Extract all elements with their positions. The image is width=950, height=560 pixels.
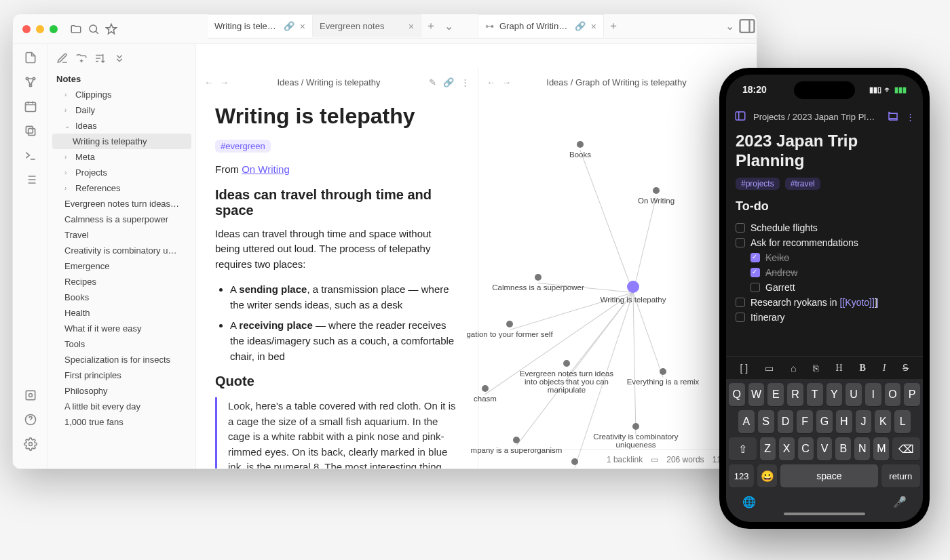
close-window-button[interactable] <box>22 25 31 33</box>
todo-item[interactable]: Ask for recommendations <box>736 235 913 250</box>
sidebar-folder[interactable]: ›Daily <box>52 102 191 118</box>
link-icon[interactable]: 🔗 <box>443 77 454 87</box>
return-key[interactable]: return <box>881 464 920 487</box>
settings-icon[interactable] <box>24 437 37 451</box>
key-c[interactable]: C <box>798 437 814 460</box>
checkbox[interactable] <box>736 238 745 247</box>
key-y[interactable]: Y <box>826 383 843 406</box>
sidebar-file[interactable]: What if it were easy <box>52 321 191 336</box>
key-n[interactable]: N <box>854 437 870 460</box>
sidebar-folder[interactable]: ›References <box>52 180 191 196</box>
folder-icon[interactable] <box>70 23 82 35</box>
key-s[interactable]: S <box>758 410 774 433</box>
todo-item[interactable]: Garrett <box>736 280 913 295</box>
key-i[interactable]: I <box>865 383 881 406</box>
todo-item[interactable]: Itinerary <box>736 310 913 325</box>
backspace-key[interactable]: ⌫ <box>892 437 920 460</box>
emoji-key[interactable]: 😀 <box>757 464 777 487</box>
key-x[interactable]: X <box>779 437 795 460</box>
sidebar-file[interactable]: Books <box>52 289 191 305</box>
attachment-icon[interactable]: ⎘ <box>813 363 818 374</box>
key-r[interactable]: R <box>787 383 803 406</box>
copy-icon[interactable] <box>24 124 37 138</box>
key-z[interactable]: Z <box>760 437 776 460</box>
todo-item[interactable]: Keiko <box>736 250 913 265</box>
list-icon[interactable] <box>24 173 37 186</box>
brackets-icon[interactable]: [ ] <box>740 363 748 374</box>
key-l[interactable]: L <box>894 410 911 433</box>
key-b[interactable]: B <box>835 437 851 460</box>
graph-node[interactable]: Evergreen notes <box>524 458 626 468</box>
tag-icon[interactable]: ⌂ <box>791 363 796 374</box>
back-icon[interactable]: ← <box>487 77 495 87</box>
sidebar-file[interactable]: Philosophy <box>52 383 191 399</box>
sidebar-file[interactable]: 1,000 true fans <box>52 414 191 430</box>
graph-node-main[interactable]: Writing is telepathy <box>592 281 674 304</box>
file-icon[interactable]: ▭ <box>765 363 774 374</box>
sidebar-file[interactable]: Travel <box>52 227 191 243</box>
checkbox[interactable] <box>736 298 745 307</box>
sidebar-file[interactable]: A little bit every day <box>52 399 191 414</box>
shift-key[interactable]: ⇧ <box>729 437 757 460</box>
todo-item[interactable]: Schedule flights <box>736 220 913 235</box>
key-t[interactable]: T <box>807 383 823 406</box>
sidebar-file[interactable]: First principles <box>52 367 191 383</box>
home-indicator[interactable] <box>784 513 865 515</box>
strikethrough-icon[interactable]: S̶ <box>902 362 909 374</box>
sidebar-file[interactable]: Specialization is for insects <box>52 352 191 367</box>
key-d[interactable]: D <box>778 410 794 433</box>
graph-node[interactable]: Calmness is a superpower <box>487 274 589 292</box>
tag-evergreen[interactable]: #evergreen <box>215 140 271 153</box>
breadcrumb[interactable]: Ideas / Graph of Writing is telepathy <box>518 77 715 87</box>
key-e[interactable]: E <box>767 383 784 406</box>
note-body[interactable]: Writing is telepathy #evergreen From On … <box>196 96 478 468</box>
sidebar-file[interactable]: Tools <box>52 336 191 352</box>
key-h[interactable]: H <box>836 410 852 433</box>
graph-node[interactable]: mpany is a superorganism <box>466 437 567 454</box>
star-icon[interactable] <box>105 23 117 35</box>
forward-icon[interactable]: → <box>502 77 511 87</box>
globe-icon[interactable]: 🌐 <box>742 496 756 508</box>
sidebar-folder[interactable]: ›Projects <box>52 165 191 180</box>
numbers-key[interactable]: 123 <box>729 464 754 487</box>
bold-icon[interactable]: B <box>860 363 866 374</box>
space-key[interactable]: space <box>780 464 878 487</box>
help-icon[interactable] <box>24 413 37 426</box>
more-icon[interactable]: ⋮ <box>906 112 915 122</box>
key-k[interactable]: K <box>875 410 891 433</box>
phone-note[interactable]: 2023 Japan Trip Planning #projects#trave… <box>726 129 923 356</box>
sidebar-file-selected[interactable]: Writing is telepathy <box>52 134 191 149</box>
breadcrumb[interactable]: Projects / 2023 Japan Trip Pl… <box>753 112 880 122</box>
sidebar-file[interactable]: Creativity is combinatory u… <box>52 243 191 258</box>
key-p[interactable]: P <box>904 383 920 406</box>
sidebar-file[interactable]: Calmness is a superpower <box>52 212 191 227</box>
checkbox[interactable] <box>750 283 760 292</box>
sidebar-file[interactable]: Evergreen notes turn ideas… <box>52 196 191 212</box>
sidebar-file[interactable]: Recipes <box>52 274 191 289</box>
key-m[interactable]: M <box>873 437 889 460</box>
key-o[interactable]: O <box>885 383 901 406</box>
tag-pill[interactable]: #projects <box>736 178 780 190</box>
on-writing-link[interactable]: On Writing <box>242 163 290 175</box>
graph-node[interactable]: chasm <box>434 385 536 403</box>
graph-node[interactable]: Books <box>529 141 631 159</box>
sidebar-file[interactable]: Health <box>52 305 191 321</box>
sort-icon[interactable] <box>94 52 107 64</box>
maximize-window-button[interactable] <box>50 25 58 33</box>
search-icon[interactable] <box>88 23 100 35</box>
word-count[interactable]: 206 words <box>666 455 704 464</box>
reading-mode-icon[interactable] <box>887 110 899 124</box>
graph-node[interactable]: On Writing <box>605 187 707 205</box>
checkbox[interactable] <box>750 268 760 277</box>
italic-icon[interactable]: I <box>883 363 886 374</box>
minimize-window-button[interactable] <box>36 25 44 33</box>
sidebar-folder[interactable]: ⌄Ideas <box>52 118 191 134</box>
new-note-icon[interactable] <box>56 52 69 64</box>
sidebar-toggle-icon[interactable] <box>734 110 746 124</box>
graph-node[interactable]: gation to your former self <box>459 321 560 338</box>
calendar-icon[interactable] <box>24 100 37 113</box>
back-icon[interactable]: ← <box>204 77 213 87</box>
graph-node[interactable]: Creativity is combinatory uniqueness <box>585 423 687 449</box>
mic-icon[interactable]: 🎤 <box>893 496 907 508</box>
graph-node[interactable]: Everything is a remix <box>612 368 714 386</box>
